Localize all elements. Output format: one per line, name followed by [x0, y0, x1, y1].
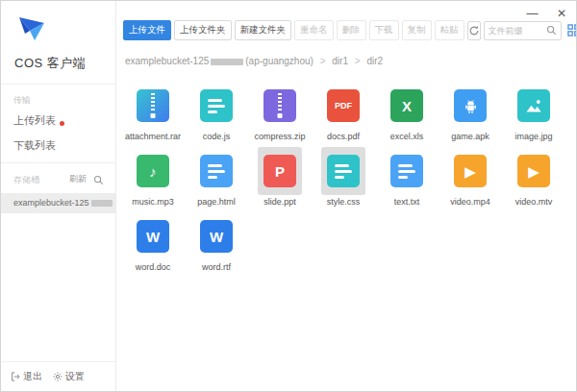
ppt-file-icon: P [263, 155, 296, 187]
breadcrumb-bucket[interactable]: examplebucket-125(ap-guangzhou) [125, 56, 314, 66]
file-glyph: ▶ [528, 164, 539, 179]
file-icon-wrap: X [385, 82, 429, 130]
file-name: video.mp4 [439, 197, 501, 207]
breadcrumb-separator: > [320, 56, 326, 66]
file-icon-wrap [194, 147, 238, 195]
file-icon-wrap: P [258, 147, 302, 195]
jpg-file-icon [517, 89, 550, 122]
file-glyph: P [275, 164, 285, 179]
xls-file-icon: X [390, 89, 423, 122]
file-glyph: W [210, 230, 223, 244]
file-item[interactable]: PDFdocs.pdf [313, 82, 374, 141]
file-icon-wrap: ▶ [448, 147, 492, 195]
upload-file-button[interactable]: 上传文件 [123, 20, 171, 40]
bucket-search-icon[interactable] [93, 172, 104, 183]
file-item[interactable]: ▶video.mtv [503, 147, 564, 207]
bucket-name: examplebucket-125 [13, 198, 89, 208]
file-name: attachment.rar [122, 132, 184, 141]
html-file-icon [200, 155, 233, 187]
mp4-file-icon: ▶ [454, 155, 487, 187]
new-folder-button[interactable]: 新建文件夹 [235, 20, 292, 40]
file-name: music.mp3 [122, 197, 184, 207]
txt-file-icon [390, 155, 423, 187]
sidebar-item-download-list[interactable]: 下载列表 [13, 138, 56, 153]
rename-button[interactable]: 重命名 [294, 20, 334, 40]
file-item[interactable]: attachment.rar [122, 82, 184, 141]
mtv-file-icon: ▶ [517, 155, 550, 187]
file-item[interactable]: text.txt [376, 147, 438, 207]
file-icon-wrap: ♪ [131, 147, 175, 195]
search-icon[interactable] [546, 25, 557, 36]
file-name: docs.pdf [313, 132, 374, 141]
file-name: game.apk [439, 132, 501, 141]
doc-file-icon: W [137, 220, 169, 253]
pdf-file-icon: PDF [327, 89, 360, 122]
main-panel: — ✕ 上传文件 上传文件夹 新建文件夹 重命名 删除 下载 复制 粘贴 exa… [116, 1, 577, 391]
delete-button[interactable]: 删除 [337, 20, 366, 40]
file-name: compress.zip [249, 132, 311, 141]
file-icon-wrap: PDF [321, 82, 365, 130]
file-item[interactable]: image.jpg [503, 82, 564, 141]
file-glyph: PDF [335, 102, 352, 110]
app-title: COS 客户端 [14, 55, 86, 72]
refresh-icon [468, 25, 480, 37]
logout-button[interactable]: 退出 [11, 370, 42, 383]
upload-list-label: 上传列表 [13, 114, 56, 126]
logout-label: 退出 [23, 370, 42, 383]
file-prefix-search-input[interactable] [489, 26, 546, 36]
js-file-icon [200, 89, 233, 122]
close-button[interactable]: ✕ [557, 7, 566, 20]
transfer-section-label: 传输 [13, 94, 31, 107]
toolbar: 上传文件 上传文件夹 新建文件夹 重命名 删除 下载 复制 粘贴 [123, 20, 571, 40]
file-item[interactable]: ♪music.mp3 [122, 147, 184, 207]
sidebar: COS 客户端 传输 上传列表 下载列表 存储桶 刷新 examplebucke… [1, 1, 116, 391]
sidebar-item-bucket[interactable]: examplebucket-125 [1, 193, 115, 213]
file-glyph: X [402, 99, 412, 113]
file-item[interactable]: style.css [313, 147, 374, 207]
sidebar-item-upload-list[interactable]: 上传列表 [13, 113, 64, 128]
file-icon-wrap [385, 147, 429, 195]
file-icon-wrap [131, 82, 175, 130]
notification-dot-icon [60, 121, 64, 126]
copy-button[interactable]: 复制 [402, 20, 432, 40]
bucket-section-label: 存储桶 [13, 174, 39, 186]
breadcrumb-separator: > [355, 56, 361, 66]
window-controls: — ✕ [512, 7, 566, 20]
file-item[interactable]: compress.zip [249, 82, 311, 141]
file-item[interactable]: game.apk [439, 82, 501, 141]
file-icon-wrap: ▶ [512, 147, 556, 195]
settings-label: 设置 [65, 370, 85, 383]
upload-folder-button[interactable]: 上传文件夹 [174, 20, 232, 40]
rtf-file-icon: W [200, 220, 233, 253]
file-glyph: ♪ [149, 164, 157, 179]
file-icon-wrap: W [194, 212, 238, 260]
file-name: code.js [186, 132, 247, 141]
redacted-text [91, 200, 113, 207]
file-icon-wrap [321, 147, 365, 195]
file-name: page.html [186, 197, 247, 207]
file-glyph: ▶ [464, 164, 476, 179]
settings-button[interactable]: 设置 [53, 370, 85, 383]
download-button[interactable]: 下载 [369, 20, 399, 40]
breadcrumb-bucket-suffix: (ap-guangzhou) [245, 56, 314, 66]
file-item[interactable]: ▶video.mp4 [439, 147, 501, 207]
bucket-refresh-link[interactable]: 刷新 [69, 173, 87, 185]
zip-file-icon [263, 89, 296, 122]
redacted-text [211, 59, 243, 65]
file-item[interactable]: page.html [186, 147, 247, 207]
file-item[interactable]: code.js [186, 82, 247, 141]
breadcrumb-bucket-prefix: examplebucket-125 [125, 56, 209, 66]
breadcrumb-dir2[interactable]: dir2 [366, 56, 383, 66]
file-icon-wrap: W [131, 212, 175, 260]
paste-button[interactable]: 粘贴 [435, 20, 464, 40]
file-item[interactable]: Wword.doc [122, 212, 184, 272]
file-item[interactable]: Xexcel.xls [376, 82, 438, 141]
breadcrumb-dir1[interactable]: dir1 [332, 56, 348, 66]
minimize-button[interactable]: — [527, 7, 539, 20]
file-item[interactable]: Pslide.ppt [249, 147, 311, 207]
file-name: word.rtf [186, 262, 247, 272]
file-icon-wrap [194, 82, 238, 130]
file-item[interactable]: Wword.rtf [186, 212, 247, 272]
refresh-button[interactable] [467, 21, 481, 40]
grid-view-button[interactable] [567, 24, 577, 37]
